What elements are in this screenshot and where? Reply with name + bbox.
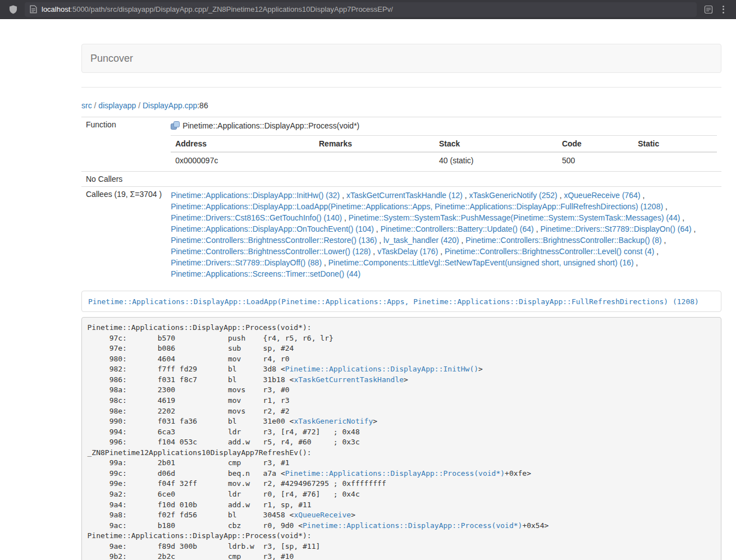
- callee-separator: ,: [692, 224, 696, 233]
- tracking-protection-button[interactable]: [6, 2, 20, 17]
- callee-link[interactable]: Pinetime::Drivers::St7789::DisplayOn() (…: [540, 224, 691, 233]
- callee-separator: ,: [654, 247, 659, 256]
- callee-separator: ,: [680, 213, 684, 222]
- stats-header-static: Static: [633, 136, 717, 153]
- callee-separator: ,: [534, 224, 541, 233]
- callee-link[interactable]: Pinetime::Controllers::Battery::Update()…: [381, 224, 534, 233]
- breadcrumb-suffix: :86: [197, 101, 208, 110]
- disassembly: Pinetime::Applications::DisplayApp::Proc…: [81, 317, 721, 560]
- function-label: Function: [81, 117, 166, 172]
- callee-separator: ,: [557, 191, 564, 200]
- callee-separator: ,: [463, 191, 469, 200]
- url-text: localhost:5000/path/src/displayapp/Displ…: [42, 5, 393, 13]
- highlighted-symbol-link[interactable]: Pinetime::Applications::DisplayApp::Load…: [88, 297, 699, 306]
- callee-link[interactable]: lv_task_handler (420): [383, 236, 459, 245]
- breadcrumb-separator: /: [92, 101, 99, 110]
- symbol-table: Function Pinetime::Applications::Display…: [81, 117, 721, 282]
- callee-link[interactable]: Pinetime::Applications::DisplayApp::OnTo…: [171, 224, 374, 233]
- divider: [81, 87, 721, 88]
- callee-separator: ,: [322, 258, 328, 267]
- callee-link[interactable]: xTaskGenericNotify (252): [469, 191, 557, 200]
- callee-link[interactable]: xQueueReceive (764): [564, 191, 640, 200]
- disasm-symbol-link[interactable]: xTaskGetCurrentTaskHandle: [294, 375, 404, 384]
- disasm-symbol-link[interactable]: xQueueReceive: [294, 511, 351, 519]
- stats-cell-address: 0x0000097c: [171, 152, 314, 168]
- stats-data-row: 0x0000097c40 (static)500: [171, 152, 717, 168]
- page-icon: [30, 5, 37, 13]
- stats-header-code: Code: [557, 136, 633, 153]
- callee-separator: ,: [641, 191, 645, 200]
- url-bar[interactable]: localhost:5000/path/src/displayapp/Displ…: [25, 2, 697, 17]
- shield-icon: [9, 5, 17, 14]
- function-symbol: Pinetime::Applications::DisplayApp::Proc…: [182, 121, 359, 130]
- stats-header-stack: Stack: [435, 136, 557, 153]
- stats-cell-code: 500: [557, 152, 633, 168]
- no-callers-cell: [166, 172, 721, 187]
- breadcrumb-link-DisplayApp.cpp[interactable]: DisplayApp.cpp: [143, 101, 197, 110]
- highlighted-symbol-panel: Pinetime::Applications::DisplayApp::Load…: [81, 291, 721, 312]
- brand-link[interactable]: Puncover: [82, 44, 141, 72]
- callee-link[interactable]: Pinetime::Controllers::BrightnessControl…: [445, 247, 654, 256]
- callee-separator: ,: [340, 191, 346, 200]
- callee-link[interactable]: Pinetime::Drivers::St7789::DisplayOff() …: [171, 258, 322, 267]
- stats-table: AddressRemarksStackCodeStatic 0x0000097c…: [171, 135, 717, 168]
- stats-header-address: Address: [171, 136, 314, 153]
- callee-link[interactable]: Pinetime::Controllers::BrightnessControl…: [171, 236, 377, 245]
- breadcrumb: src / displayapp / DisplayApp.cpp:86: [81, 101, 721, 110]
- breadcrumb-link-src[interactable]: src: [81, 101, 92, 110]
- stats-cell-stack: 40 (static): [435, 152, 557, 168]
- disasm-symbol-link[interactable]: Pinetime::Applications::DisplayApp::Init…: [285, 365, 478, 373]
- function-row: Function Pinetime::Applications::Display…: [81, 117, 721, 172]
- callee-link[interactable]: Pinetime::System::SystemTask::PushMessag…: [349, 213, 680, 222]
- callee-separator: ,: [634, 258, 638, 267]
- no-callers-row: No Callers: [81, 172, 721, 187]
- callees-label: Callees (19, Σ=3704 ): [81, 187, 166, 283]
- symbol-line: Pinetime::Applications::DisplayApp::Proc…: [171, 120, 717, 131]
- callee-separator: ,: [342, 213, 349, 222]
- callee-separator: ,: [438, 247, 445, 256]
- url-host: localhost: [42, 5, 70, 13]
- breadcrumb-separator: /: [136, 101, 143, 110]
- callee-link[interactable]: Pinetime::Controllers::BrightnessControl…: [465, 236, 661, 245]
- callees-list: Pinetime::Applications::DisplayApp::Init…: [166, 187, 721, 283]
- callee-separator: ,: [374, 224, 381, 233]
- disasm-symbol-link[interactable]: xTaskGenericNotify: [294, 417, 373, 425]
- callee-link[interactable]: Pinetime::Applications::DisplayApp::Load…: [171, 202, 663, 211]
- callee-link[interactable]: Pinetime::Applications::DisplayApp::Init…: [171, 191, 340, 200]
- disasm-symbol-link[interactable]: Pinetime::Applications::DisplayApp::Proc…: [285, 469, 505, 478]
- callee-link[interactable]: xTaskGetCurrentTaskHandle (12): [346, 191, 463, 200]
- breadcrumb-link-displayapp[interactable]: displayapp: [98, 101, 136, 110]
- callee-link[interactable]: vTaskDelay (176): [377, 247, 438, 256]
- url-path: :5000/path/src/displayapp/DisplayApp.cpp…: [70, 5, 393, 13]
- reader-mode-button[interactable]: [701, 2, 716, 17]
- callee-link[interactable]: Pinetime::Controllers::BrightnessControl…: [171, 247, 371, 256]
- stats-header-remarks: Remarks: [314, 136, 435, 153]
- browser-chrome: localhost:5000/path/src/displayapp/Displ…: [0, 0, 736, 19]
- no-callers-label: No Callers: [81, 172, 166, 187]
- callee-separator: ,: [662, 236, 666, 245]
- callee-separator: ,: [459, 236, 466, 245]
- callees-row: Callees (19, Σ=3704 ) Pinetime::Applicat…: [81, 187, 721, 283]
- navbar: Puncover: [81, 44, 721, 73]
- menu-button[interactable]: [716, 2, 730, 17]
- callee-link[interactable]: Pinetime::Components::LittleVgl::SetNewT…: [328, 258, 634, 267]
- page-content: Puncover src / displayapp / DisplayApp.c…: [81, 44, 721, 560]
- function-icon: [171, 121, 180, 130]
- kebab-menu-icon: [723, 6, 724, 13]
- callee-separator: ,: [663, 202, 668, 211]
- disasm-symbol-link[interactable]: Pinetime::Applications::DisplayApp::Proc…: [303, 521, 522, 530]
- stats-cell-remarks: [314, 152, 435, 168]
- callee-separator: ,: [371, 247, 377, 256]
- callee-link[interactable]: Pinetime::Drivers::Cst816S::GetTouchInfo…: [171, 213, 342, 222]
- callee-separator: ,: [377, 236, 383, 245]
- callee-link[interactable]: Pinetime::Applications::Screens::Timer::…: [171, 269, 360, 278]
- stats-cell-static: [633, 152, 717, 168]
- function-cell: Pinetime::Applications::DisplayApp::Proc…: [166, 117, 721, 172]
- stats-header-row: AddressRemarksStackCodeStatic: [171, 136, 717, 153]
- reader-mode-icon: [704, 5, 713, 14]
